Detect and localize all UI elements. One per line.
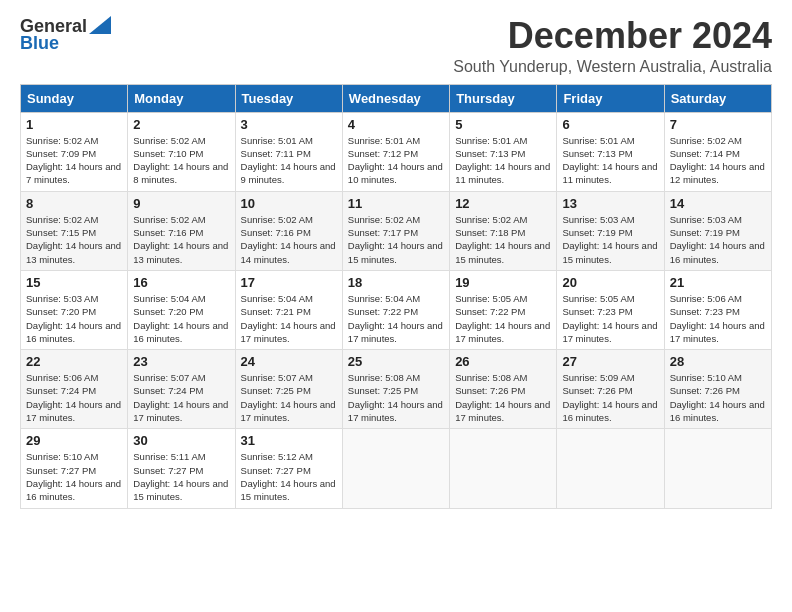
col-wednesday: Wednesday — [342, 84, 449, 112]
day-info: Sunrise: 5:10 AM Sunset: 7:26 PM Dayligh… — [670, 371, 766, 424]
day-number: 30 — [133, 433, 229, 448]
day-number: 20 — [562, 275, 658, 290]
day-info: Sunrise: 5:07 AM Sunset: 7:24 PM Dayligh… — [133, 371, 229, 424]
calendar-week-3: 15 Sunrise: 5:03 AM Sunset: 7:20 PM Dayl… — [21, 270, 772, 349]
day-info: Sunrise: 5:02 AM Sunset: 7:16 PM Dayligh… — [133, 213, 229, 266]
table-row: 20 Sunrise: 5:05 AM Sunset: 7:23 PM Dayl… — [557, 270, 664, 349]
day-number: 8 — [26, 196, 122, 211]
day-info: Sunrise: 5:04 AM Sunset: 7:21 PM Dayligh… — [241, 292, 337, 345]
table-row: 29 Sunrise: 5:10 AM Sunset: 7:27 PM Dayl… — [21, 429, 128, 508]
table-row: 4 Sunrise: 5:01 AM Sunset: 7:12 PM Dayli… — [342, 112, 449, 191]
day-info: Sunrise: 5:01 AM Sunset: 7:12 PM Dayligh… — [348, 134, 444, 187]
logo-icon — [89, 16, 111, 34]
day-info: Sunrise: 5:09 AM Sunset: 7:26 PM Dayligh… — [562, 371, 658, 424]
day-info: Sunrise: 5:08 AM Sunset: 7:25 PM Dayligh… — [348, 371, 444, 424]
day-number: 6 — [562, 117, 658, 132]
day-number: 4 — [348, 117, 444, 132]
table-row: 6 Sunrise: 5:01 AM Sunset: 7:13 PM Dayli… — [557, 112, 664, 191]
day-info: Sunrise: 5:03 AM Sunset: 7:19 PM Dayligh… — [670, 213, 766, 266]
location-title: South Yunderup, Western Australia, Austr… — [453, 58, 772, 76]
day-number: 13 — [562, 196, 658, 211]
day-info: Sunrise: 5:02 AM Sunset: 7:16 PM Dayligh… — [241, 213, 337, 266]
day-info: Sunrise: 5:06 AM Sunset: 7:23 PM Dayligh… — [670, 292, 766, 345]
table-row: 16 Sunrise: 5:04 AM Sunset: 7:20 PM Dayl… — [128, 270, 235, 349]
day-number: 2 — [133, 117, 229, 132]
day-number: 31 — [241, 433, 337, 448]
day-number: 5 — [455, 117, 551, 132]
day-number: 14 — [670, 196, 766, 211]
day-info: Sunrise: 5:05 AM Sunset: 7:23 PM Dayligh… — [562, 292, 658, 345]
table-row: 22 Sunrise: 5:06 AM Sunset: 7:24 PM Dayl… — [21, 350, 128, 429]
day-info: Sunrise: 5:10 AM Sunset: 7:27 PM Dayligh… — [26, 450, 122, 503]
col-saturday: Saturday — [664, 84, 771, 112]
day-number: 22 — [26, 354, 122, 369]
day-number: 3 — [241, 117, 337, 132]
calendar-week-1: 1 Sunrise: 5:02 AM Sunset: 7:09 PM Dayli… — [21, 112, 772, 191]
table-row: 28 Sunrise: 5:10 AM Sunset: 7:26 PM Dayl… — [664, 350, 771, 429]
table-row: 30 Sunrise: 5:11 AM Sunset: 7:27 PM Dayl… — [128, 429, 235, 508]
table-row: 25 Sunrise: 5:08 AM Sunset: 7:25 PM Dayl… — [342, 350, 449, 429]
day-info: Sunrise: 5:02 AM Sunset: 7:17 PM Dayligh… — [348, 213, 444, 266]
header: General Blue December 2024 South Yunderu… — [20, 16, 772, 76]
day-number: 15 — [26, 275, 122, 290]
table-row: 1 Sunrise: 5:02 AM Sunset: 7:09 PM Dayli… — [21, 112, 128, 191]
table-row: 31 Sunrise: 5:12 AM Sunset: 7:27 PM Dayl… — [235, 429, 342, 508]
day-number: 25 — [348, 354, 444, 369]
day-number: 7 — [670, 117, 766, 132]
day-info: Sunrise: 5:04 AM Sunset: 7:20 PM Dayligh… — [133, 292, 229, 345]
day-info: Sunrise: 5:06 AM Sunset: 7:24 PM Dayligh… — [26, 371, 122, 424]
day-number: 16 — [133, 275, 229, 290]
day-info: Sunrise: 5:04 AM Sunset: 7:22 PM Dayligh… — [348, 292, 444, 345]
logo-blue: Blue — [20, 33, 59, 54]
day-info: Sunrise: 5:02 AM Sunset: 7:09 PM Dayligh… — [26, 134, 122, 187]
table-row: 13 Sunrise: 5:03 AM Sunset: 7:19 PM Dayl… — [557, 191, 664, 270]
day-number: 27 — [562, 354, 658, 369]
calendar-week-4: 22 Sunrise: 5:06 AM Sunset: 7:24 PM Dayl… — [21, 350, 772, 429]
day-info: Sunrise: 5:01 AM Sunset: 7:11 PM Dayligh… — [241, 134, 337, 187]
calendar-header-row: Sunday Monday Tuesday Wednesday Thursday… — [21, 84, 772, 112]
day-info: Sunrise: 5:03 AM Sunset: 7:19 PM Dayligh… — [562, 213, 658, 266]
day-number: 11 — [348, 196, 444, 211]
day-info: Sunrise: 5:08 AM Sunset: 7:26 PM Dayligh… — [455, 371, 551, 424]
calendar-week-5: 29 Sunrise: 5:10 AM Sunset: 7:27 PM Dayl… — [21, 429, 772, 508]
logo: General Blue — [20, 16, 111, 54]
col-sunday: Sunday — [21, 84, 128, 112]
title-area: December 2024 South Yunderup, Western Au… — [453, 16, 772, 76]
day-info: Sunrise: 5:11 AM Sunset: 7:27 PM Dayligh… — [133, 450, 229, 503]
table-row — [450, 429, 557, 508]
table-row: 14 Sunrise: 5:03 AM Sunset: 7:19 PM Dayl… — [664, 191, 771, 270]
table-row: 9 Sunrise: 5:02 AM Sunset: 7:16 PM Dayli… — [128, 191, 235, 270]
svg-marker-0 — [89, 16, 111, 34]
col-tuesday: Tuesday — [235, 84, 342, 112]
day-number: 12 — [455, 196, 551, 211]
table-row: 26 Sunrise: 5:08 AM Sunset: 7:26 PM Dayl… — [450, 350, 557, 429]
table-row: 27 Sunrise: 5:09 AM Sunset: 7:26 PM Dayl… — [557, 350, 664, 429]
day-info: Sunrise: 5:01 AM Sunset: 7:13 PM Dayligh… — [562, 134, 658, 187]
day-number: 24 — [241, 354, 337, 369]
day-number: 21 — [670, 275, 766, 290]
table-row: 23 Sunrise: 5:07 AM Sunset: 7:24 PM Dayl… — [128, 350, 235, 429]
calendar-week-2: 8 Sunrise: 5:02 AM Sunset: 7:15 PM Dayli… — [21, 191, 772, 270]
table-row: 24 Sunrise: 5:07 AM Sunset: 7:25 PM Dayl… — [235, 350, 342, 429]
day-number: 29 — [26, 433, 122, 448]
table-row: 7 Sunrise: 5:02 AM Sunset: 7:14 PM Dayli… — [664, 112, 771, 191]
day-info: Sunrise: 5:07 AM Sunset: 7:25 PM Dayligh… — [241, 371, 337, 424]
day-number: 18 — [348, 275, 444, 290]
table-row: 11 Sunrise: 5:02 AM Sunset: 7:17 PM Dayl… — [342, 191, 449, 270]
table-row: 19 Sunrise: 5:05 AM Sunset: 7:22 PM Dayl… — [450, 270, 557, 349]
table-row: 18 Sunrise: 5:04 AM Sunset: 7:22 PM Dayl… — [342, 270, 449, 349]
table-row: 10 Sunrise: 5:02 AM Sunset: 7:16 PM Dayl… — [235, 191, 342, 270]
table-row — [664, 429, 771, 508]
day-number: 19 — [455, 275, 551, 290]
table-row: 17 Sunrise: 5:04 AM Sunset: 7:21 PM Dayl… — [235, 270, 342, 349]
day-number: 1 — [26, 117, 122, 132]
table-row: 8 Sunrise: 5:02 AM Sunset: 7:15 PM Dayli… — [21, 191, 128, 270]
day-info: Sunrise: 5:05 AM Sunset: 7:22 PM Dayligh… — [455, 292, 551, 345]
day-info: Sunrise: 5:02 AM Sunset: 7:15 PM Dayligh… — [26, 213, 122, 266]
calendar-table: Sunday Monday Tuesday Wednesday Thursday… — [20, 84, 772, 509]
day-info: Sunrise: 5:12 AM Sunset: 7:27 PM Dayligh… — [241, 450, 337, 503]
day-number: 9 — [133, 196, 229, 211]
day-number: 17 — [241, 275, 337, 290]
day-number: 23 — [133, 354, 229, 369]
month-title: December 2024 — [453, 16, 772, 56]
